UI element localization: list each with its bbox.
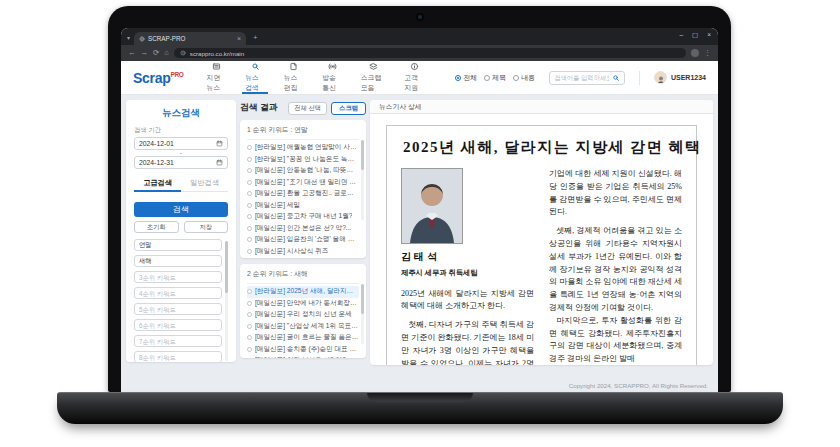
- maximize-icon[interactable]: ▢: [692, 31, 698, 39]
- app-main: 뉴스검색 검색 기간 2024-12-01 - 2024-12-31 고급검색: [121, 95, 718, 392]
- date-to-field[interactable]: 2024-12-31: [134, 156, 228, 169]
- user-chip[interactable]: USER1234: [654, 71, 706, 84]
- keyword-input-8[interactable]: [134, 351, 222, 362]
- news-list-item[interactable]: [매일신문] 안동농협 '나눔, 따뜻한 공동체...: [247, 165, 359, 177]
- keyword-input-4[interactable]: [134, 287, 222, 299]
- item-checkbox[interactable]: [247, 312, 252, 317]
- laptop-base: [57, 392, 783, 424]
- scrollbar-thumb[interactable]: [361, 284, 364, 314]
- item-checkbox[interactable]: [247, 249, 252, 254]
- item-checkbox[interactable]: [247, 145, 252, 150]
- news-list-item[interactable]: [매일신문] "조기 대선 땐 밀리면 나간다": [247, 177, 359, 189]
- browser-menu-icon[interactable]: ⋮: [704, 49, 711, 57]
- item-checkbox[interactable]: [247, 237, 252, 242]
- item-checkbox[interactable]: [247, 324, 252, 329]
- search-icon: [251, 62, 260, 71]
- radio-title[interactable]: 제목: [484, 73, 506, 83]
- radio-all[interactable]: 전체: [455, 73, 477, 83]
- list-scrollbar[interactable]: [361, 284, 364, 344]
- url-bar[interactable]: scrappro.co.kr/main: [174, 48, 686, 58]
- home-icon[interactable]: ⌂: [164, 49, 169, 57]
- news-list-item[interactable]: [매일신문] 굴이 흐르는 물질 품은 정자, ...: [247, 332, 359, 344]
- item-checkbox[interactable]: [247, 191, 252, 196]
- back-icon[interactable]: ←: [128, 49, 136, 57]
- author-affiliation: 제주시 세무과 취득세팀: [401, 267, 534, 279]
- tab-close-icon[interactable]: ×: [237, 35, 241, 42]
- author-name: 김태석: [401, 249, 534, 265]
- news-item-title: [매일신문] 환율 고공행진.. 글로벌 금융위...: [255, 189, 359, 198]
- select-all-button[interactable]: 전체 선택: [288, 102, 327, 115]
- tab-basic-search[interactable]: 일반검색: [181, 175, 228, 191]
- item-checkbox[interactable]: [247, 347, 252, 352]
- news-list-item[interactable]: [매일신문] 임윤찬의 '쇼팽' 올해 최고 연...: [247, 234, 359, 246]
- tab-advanced-search[interactable]: 고급검색: [134, 175, 181, 191]
- forward-icon[interactable]: →: [141, 49, 149, 57]
- keyword-input-7[interactable]: [134, 335, 222, 347]
- nav-item-scrap-collection[interactable]: 스크랩모음: [358, 61, 389, 94]
- radio-dot-icon: [455, 75, 461, 81]
- nav-item-news-search[interactable]: 뉴스검색: [242, 61, 268, 94]
- item-checkbox[interactable]: [247, 226, 252, 231]
- item-checkbox[interactable]: [247, 168, 252, 173]
- nav-item-support[interactable]: 고객지원: [402, 61, 428, 94]
- keyword-input-3[interactable]: [134, 271, 222, 283]
- reset-button[interactable]: 초기화: [134, 221, 179, 233]
- item-checkbox[interactable]: [247, 157, 252, 162]
- item-checkbox[interactable]: [247, 180, 252, 185]
- scrappro-logo[interactable]: ScrapPRO: [133, 70, 184, 86]
- search-button[interactable]: 검색: [134, 202, 228, 217]
- keyword-input-1[interactable]: [134, 239, 222, 251]
- list-scrollbar[interactable]: [361, 140, 364, 220]
- news-item-title: [매일신문] 송치종 (주)승민 대표 3천만원...: [255, 345, 359, 354]
- news-list-item[interactable]: [매일신문] 송치종 (주)승민 대표 3천만원...: [247, 344, 359, 356]
- site-info-icon[interactable]: [180, 50, 186, 56]
- scrap-button[interactable]: 스크랩: [331, 102, 366, 115]
- sidebar-scrollbar[interactable]: [225, 241, 228, 361]
- sidebar-button-row: 초기화 저장: [134, 221, 228, 233]
- browser-tab[interactable]: SCRAP-PRO ×: [134, 32, 246, 45]
- nav-item-broadcast[interactable]: 방송통신: [319, 61, 345, 94]
- nav-item-news-edit[interactable]: 뉴스편집: [281, 61, 307, 94]
- detail-tab-label[interactable]: 뉴스기사 상세: [379, 102, 422, 112]
- date-from-value: 2024-12-01: [139, 140, 174, 147]
- new-tab-button[interactable]: +: [253, 34, 258, 42]
- browser-profile-icon[interactable]: [691, 49, 699, 57]
- search-icon[interactable]: [612, 74, 620, 82]
- item-checkbox[interactable]: [247, 289, 252, 294]
- news-list-item[interactable]: [매일신문] 인간 본성은 선? 악?...: [247, 355, 359, 358]
- minimize-icon[interactable]: –: [679, 31, 683, 39]
- close-window-icon[interactable]: ×: [707, 31, 711, 39]
- item-checkbox[interactable]: [247, 203, 252, 208]
- scrollbar-thumb[interactable]: [225, 241, 228, 293]
- news-list-item[interactable]: [매일신문] "산업상 세계 1위 목표" 문어...: [247, 321, 359, 333]
- news-list-item[interactable]: [매일신문] 환율 고공행진.. 글로벌 금융위...: [247, 188, 359, 200]
- reload-icon[interactable]: ⟳: [153, 49, 159, 57]
- keyword-input-5[interactable]: [134, 303, 222, 315]
- news-list-item[interactable]: [매일신문] 시사상식 퀴즈: [247, 246, 359, 258]
- news-list-item[interactable]: [한라일보] 애월농협 연말맞이 사랑의 김치 ...: [247, 142, 359, 154]
- news-list-item[interactable]: [매일신문] 세밑: [247, 200, 359, 212]
- radio-label: 전체: [463, 73, 477, 83]
- news-list-item[interactable]: [매일신문] 만약에 내가 동서회장을 한다면: [247, 298, 359, 310]
- nav-label: 고객지원: [405, 73, 425, 93]
- keyword-input-6[interactable]: [134, 319, 222, 331]
- nav-item-print-news[interactable]: 지면뉴스: [204, 61, 230, 94]
- save-button[interactable]: 저장: [184, 221, 229, 233]
- username-text: USER1234: [671, 74, 706, 81]
- keyword-input-2[interactable]: [134, 255, 222, 267]
- item-checkbox[interactable]: [247, 301, 252, 306]
- news-item-title: [매일신문] 임윤찬의 '쇼팽' 올해 최고 연...: [255, 235, 359, 244]
- news-list-item[interactable]: [매일신문] 중고차 구매 내년 1월?: [247, 211, 359, 223]
- calendar-icon[interactable]: [216, 140, 223, 147]
- radio-content[interactable]: 내용: [513, 73, 535, 83]
- scrollbar-thumb[interactable]: [361, 140, 364, 170]
- news-list-item[interactable]: [매일신문] 우리 정치의 신년 운세: [247, 309, 359, 321]
- tab-search-icon[interactable]: ▾: [127, 34, 130, 41]
- news-list-item[interactable]: [한라일보] "꽁꽁 언 나눔온도 녹이는 따스...: [247, 154, 359, 166]
- news-list-item-selected[interactable]: [한라일보] 2025년 새해, 달라지는 지방...: [247, 286, 359, 298]
- header-search-input[interactable]: [554, 74, 609, 81]
- calendar-icon[interactable]: [216, 159, 223, 166]
- item-checkbox[interactable]: [247, 214, 252, 219]
- news-list-item[interactable]: [매일신문] 인간 본성은 선? 악?...: [247, 223, 359, 235]
- item-checkbox[interactable]: [247, 335, 252, 340]
